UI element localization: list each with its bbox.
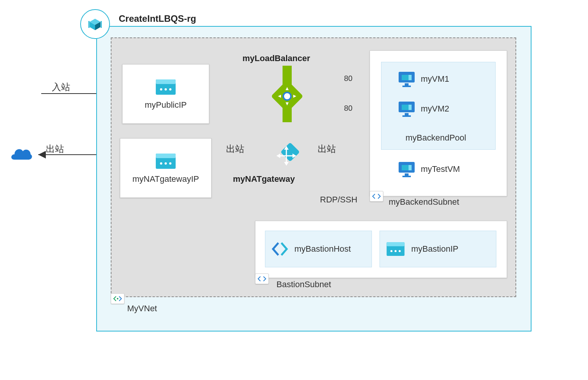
bastion-ip-label: myBastionIP [411, 244, 459, 254]
inbound-label: 入站 [52, 81, 70, 93]
svg-point-14 [165, 88, 167, 91]
svg-rect-38 [405, 113, 409, 115]
bastion-host-label: myBastionHost [294, 244, 351, 254]
svg-rect-31 [402, 75, 409, 80]
vm2-label: myVM2 [421, 104, 449, 114]
port-label-1: 80 [342, 74, 355, 83]
svg-rect-12 [156, 79, 176, 84]
outbound-label-3: 出站 [318, 143, 336, 155]
svg-point-15 [169, 88, 171, 91]
public-ip-icon [154, 78, 177, 96]
svg-rect-42 [409, 165, 412, 170]
outbound-label-1: 出站 [46, 143, 64, 155]
resource-group-icon [80, 9, 110, 39]
bastion-subnet-label: BastionSubnet [276, 280, 331, 289]
rdp-ssh-label: RDP/SSH [320, 195, 357, 205]
bastion-ip-icon [385, 241, 406, 257]
bastion-host-item: myBastionHost [265, 231, 372, 267]
svg-marker-23 [278, 95, 281, 98]
cloud-icon [9, 145, 34, 164]
svg-rect-25 [280, 142, 300, 162]
bastion-icon [271, 240, 289, 258]
vm-icon [397, 70, 416, 88]
nat-gateway-icon [273, 142, 300, 170]
svg-point-10 [117, 298, 118, 299]
testvm-row: myTestVM [397, 160, 460, 178]
vnet-label: MyVNet [127, 304, 157, 314]
testvm-label: myTestVM [421, 164, 460, 174]
port-label-2: 80 [342, 104, 355, 113]
vm1-label: myVM1 [421, 74, 449, 84]
vm1-row: myVM1 [397, 70, 449, 88]
svg-marker-22 [286, 102, 289, 105]
svg-rect-44 [402, 176, 411, 177]
vm-icon [397, 100, 416, 118]
svg-point-13 [160, 88, 162, 91]
svg-marker-28 [276, 154, 280, 158]
diagram-canvas: CreateIntLBQS-rg 入站 出站 MyVNet myPublicIP [0, 0, 588, 380]
bastion-subnet-badge-icon [255, 273, 269, 284]
public-ip-label: myPublicIP [145, 100, 187, 110]
svg-rect-41 [402, 165, 409, 170]
vnet-badge-icon [111, 293, 124, 304]
bastion-ip-item: myBastionIP [380, 231, 496, 267]
svg-marker-27 [284, 162, 289, 166]
nat-ip-label: myNATgatewayIP [132, 174, 199, 184]
vm-icon [397, 160, 416, 178]
svg-point-19 [165, 162, 167, 165]
svg-point-47 [391, 250, 393, 252]
svg-point-48 [394, 250, 396, 252]
svg-rect-36 [402, 105, 409, 110]
svg-rect-34 [402, 86, 411, 87]
svg-point-20 [169, 162, 171, 165]
public-ip-card: myPublicIP [122, 64, 209, 124]
svg-point-18 [160, 162, 162, 165]
svg-rect-17 [156, 154, 176, 158]
nat-ip-card: myNATgatewayIP [120, 138, 212, 198]
outbound-label-2: 出站 [226, 143, 244, 155]
svg-marker-21 [286, 87, 289, 90]
load-balancer-label: myLoadBalancer [242, 53, 310, 63]
nat-ip-icon [154, 152, 177, 170]
nat-gateway-label: myNATgateway [233, 174, 295, 184]
vm2-row: myVM2 [397, 100, 449, 118]
svg-rect-43 [405, 173, 409, 176]
svg-rect-37 [409, 105, 412, 110]
svg-point-49 [399, 250, 401, 252]
svg-rect-39 [402, 115, 411, 117]
svg-rect-32 [409, 75, 412, 80]
load-balancer-arrows-icon [276, 85, 299, 108]
svg-marker-24 [293, 95, 296, 98]
svg-rect-33 [405, 83, 409, 86]
backend-subnet-label: myBackendSubnet [389, 197, 459, 207]
backend-pool-label: myBackendPool [405, 133, 466, 143]
resource-group-title: CreateIntLBQS-rg [119, 13, 196, 24]
svg-rect-46 [387, 242, 405, 246]
backend-subnet-badge-icon [370, 191, 383, 202]
